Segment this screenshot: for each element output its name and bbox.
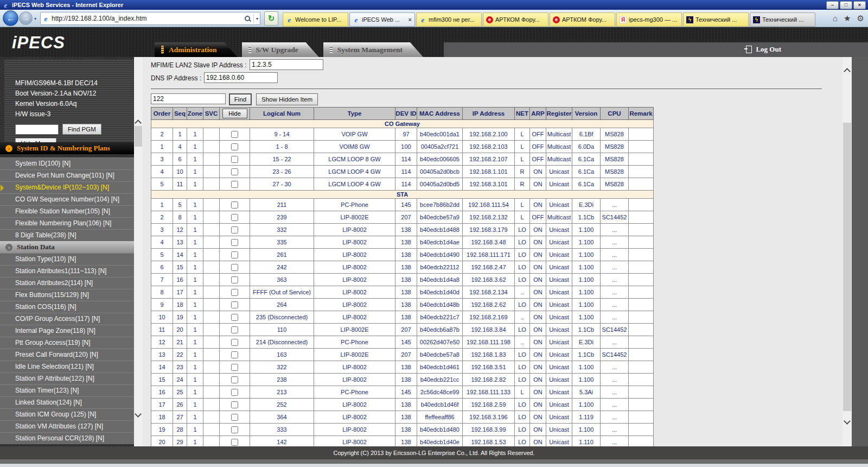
tab-sw-upgrade[interactable]: S/W Upgrade xyxy=(242,42,319,57)
scroll-up-icon[interactable] xyxy=(844,68,851,75)
address-bar[interactable]: e http://192.168.2.100/a_index.htm ▾ xyxy=(40,12,260,25)
row-hide-checkbox[interactable] xyxy=(231,376,238,383)
row-hide-checkbox[interactable] xyxy=(231,289,238,296)
hide-column-button[interactable]: Hide xyxy=(222,109,247,118)
table-cell: 192.168.3.62 xyxy=(463,274,515,286)
sidebar-item[interactable]: Station IP Attribute(122) [N] xyxy=(0,373,134,384)
row-hide-checkbox[interactable] xyxy=(231,426,238,433)
sidebar-item[interactable]: Station ICM Group (125) [N] xyxy=(0,408,134,420)
table-cell xyxy=(629,224,654,236)
sidebar-item[interactable]: Ptt Group Access(119) [N] xyxy=(0,337,134,349)
row-hide-checkbox[interactable] xyxy=(231,389,238,396)
sidebar-item[interactable]: Station Attributes1(111~113) [N] xyxy=(0,265,134,277)
find-pgm-button[interactable]: Find PGM xyxy=(62,124,101,135)
dns-ip-input[interactable] xyxy=(204,72,278,83)
lan2-slave-ip-input[interactable] xyxy=(250,59,323,70)
table-cell xyxy=(220,128,250,141)
row-hide-checkbox[interactable] xyxy=(231,314,238,321)
tab-close-icon[interactable]: × xyxy=(409,16,412,23)
row-hide-checkbox[interactable] xyxy=(231,143,238,150)
row-hide-checkbox[interactable] xyxy=(231,414,238,421)
scroll-thumb[interactable] xyxy=(843,123,851,411)
address-dropdown-icon[interactable]: ▾ xyxy=(256,16,258,21)
sidebar-item[interactable]: System&Device IP(102~103) [N] xyxy=(0,181,134,193)
favorites-star-icon[interactable]: ★ xyxy=(844,14,851,22)
row-hide-checkbox[interactable] xyxy=(231,226,238,234)
tab-administration[interactable]: Administration xyxy=(155,42,238,57)
refresh-button[interactable]: ↻ xyxy=(264,11,278,26)
sidebar-item[interactable]: Station VM Attributes (127) [N] xyxy=(0,420,134,432)
browser-tab[interactable]: ϟТехнический ... xyxy=(683,12,749,27)
row-hide-checkbox[interactable] xyxy=(231,401,238,408)
scroll-down-icon[interactable] xyxy=(135,411,142,418)
url-text[interactable]: http://192.168.2.100/a_index.htm xyxy=(52,15,242,22)
row-hide-checkbox[interactable] xyxy=(231,156,238,163)
sidebar-item[interactable]: Flexible Station Number(105) [N] xyxy=(0,205,134,217)
row-hide-checkbox[interactable] xyxy=(231,439,238,446)
table-cell xyxy=(220,199,250,211)
tab-system-management[interactable]: System Management xyxy=(323,42,423,57)
sidebar-scrollbar[interactable] xyxy=(134,57,143,446)
show-hidden-item-button[interactable]: Show Hidden Item xyxy=(256,93,318,105)
sidebar-item[interactable]: Station Type(110) [N] xyxy=(0,253,134,265)
row-hide-checkbox[interactable] xyxy=(231,181,238,188)
row-hide-checkbox[interactable] xyxy=(231,339,238,346)
browser-tab[interactable]: emfim300 не рег... xyxy=(416,12,482,27)
search-icon[interactable] xyxy=(244,15,251,22)
sidebar-item[interactable]: Preset Call Forward(120) [N] xyxy=(0,349,134,361)
row-hide-checkbox[interactable] xyxy=(231,364,238,371)
search-input[interactable] xyxy=(151,93,226,104)
row-hide-checkbox[interactable] xyxy=(231,168,238,175)
table-cell: 11 xyxy=(151,324,173,336)
logout-button[interactable]: Log Out xyxy=(746,45,781,54)
row-hide-checkbox[interactable] xyxy=(231,264,238,271)
row-hide-checkbox[interactable] xyxy=(231,301,238,308)
browser-tab[interactable]: eWelcome to LIP... xyxy=(283,12,348,27)
maximize-button[interactable]: □ xyxy=(840,1,852,9)
home-icon[interactable]: ⌂ xyxy=(833,14,838,22)
sidebar-item[interactable]: CO/IP Group Access(117) [N] xyxy=(0,313,134,325)
sidebar-item[interactable]: Flex Buttons(115/129) [N] xyxy=(0,289,134,301)
sidebar-item[interactable]: Idle Line Selection(121) [N] xyxy=(0,361,134,373)
sidebar-item[interactable]: CO GW Sequence Number(104) [N] xyxy=(0,193,134,205)
forward-button[interactable]: → xyxy=(19,11,33,25)
browser-tab[interactable]: eАРТКОМ Фору... xyxy=(550,12,615,27)
back-button[interactable]: ← xyxy=(3,10,18,26)
sidebar-item[interactable]: Station COS(116) [N] xyxy=(0,301,134,313)
row-hide-checkbox[interactable] xyxy=(231,239,238,246)
sidebar-item[interactable]: Linked Station(124) [N] xyxy=(0,396,134,408)
sidebar-item[interactable]: Station Personal CCR(128) [N] xyxy=(0,432,134,444)
menu-section-header[interactable]: ›System ID & Numbering Plans xyxy=(0,142,134,154)
find-pgm-input[interactable] xyxy=(15,124,59,135)
row-hide-checkbox[interactable] xyxy=(231,326,238,333)
row-hide-checkbox[interactable] xyxy=(231,131,238,138)
row-hide-checkbox[interactable] xyxy=(231,214,238,221)
browser-tab[interactable]: Яipecs-mg300 — ... xyxy=(616,12,682,27)
row-hide-checkbox[interactable] xyxy=(231,201,238,209)
scroll-up-icon[interactable] xyxy=(135,119,142,127)
content-scrollbar[interactable] xyxy=(843,57,852,446)
menu-section-header[interactable]: ›Station Data xyxy=(0,241,134,253)
scroll-down-icon[interactable] xyxy=(844,418,851,425)
browser-tab[interactable]: eiPECS Web ...× xyxy=(349,12,415,27)
minimize-button[interactable]: – xyxy=(826,1,839,9)
close-button[interactable]: × xyxy=(853,1,866,9)
browser-tab[interactable]: ϟТехнический ... xyxy=(750,12,815,27)
sidebar-item[interactable]: System ID(100) [N] xyxy=(0,157,134,169)
row-hide-checkbox[interactable] xyxy=(231,276,238,283)
sidebar-item[interactable]: 8 Digit Table(238) [N] xyxy=(0,229,134,241)
recent-pages-dropdown-icon[interactable]: ▾ xyxy=(34,16,36,21)
scroll-thumb[interactable] xyxy=(135,126,142,147)
sidebar-item[interactable]: Internal Page Zone(118) [N] xyxy=(0,325,134,337)
table-cell xyxy=(220,286,250,299)
gear-icon[interactable]: ⚙ xyxy=(857,14,864,22)
find-button[interactable]: Find xyxy=(229,93,252,105)
table-cell: Unicast xyxy=(546,299,572,311)
sidebar-item[interactable]: Device Port Num Change(101) [N] xyxy=(0,169,134,181)
sidebar-item[interactable]: Flexible Numbering Plan(106) [N] xyxy=(0,217,134,229)
browser-tab[interactable]: eАРТКОМ Фору... xyxy=(483,12,548,27)
row-hide-checkbox[interactable] xyxy=(231,351,238,358)
sidebar-item[interactable]: Station Attributes2(114) [N] xyxy=(0,277,134,289)
sidebar-item[interactable]: Station Timer(123) [N] xyxy=(0,384,134,396)
row-hide-checkbox[interactable] xyxy=(231,251,238,258)
